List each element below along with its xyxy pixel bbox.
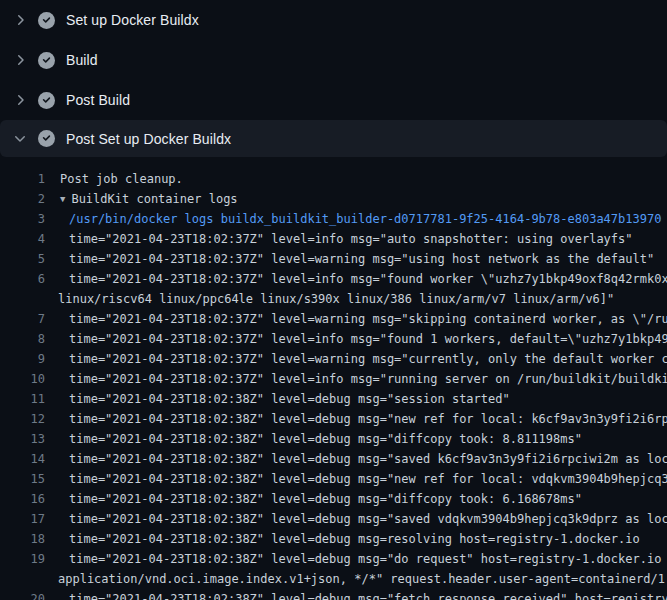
step-label: Set up Docker Buildx — [66, 12, 199, 28]
line-number[interactable]: 14 — [0, 449, 45, 469]
step-row-post-set-up-docker-buildx[interactable]: Post Set up Docker Buildx — [0, 120, 667, 157]
log-text: /usr/bin/docker logs buildx_buildkit_bui… — [69, 209, 661, 229]
step-label: Post Build — [66, 92, 130, 108]
log-line: 12 time="2021-04-23T18:02:38Z" level=deb… — [0, 409, 667, 429]
log-text: time="2021-04-23T18:02:37Z" level=warnin… — [69, 309, 667, 329]
chevron-right-icon[interactable] — [12, 92, 28, 108]
line-number[interactable]: 18 — [0, 529, 45, 549]
log-text: time="2021-04-23T18:02:38Z" level=debug … — [69, 509, 667, 529]
check-circle-icon — [38, 12, 55, 29]
log-line: linux/riscv64 linux/ppc64le linux/s390x … — [0, 289, 667, 309]
line-number[interactable]: 17 — [0, 509, 45, 529]
check-circle-icon — [38, 52, 55, 69]
log-line: 19 time="2021-04-23T18:02:38Z" level=deb… — [0, 549, 667, 569]
log-text: linux/riscv64 linux/ppc64le linux/s390x … — [58, 289, 614, 309]
log-line: 5 time="2021-04-23T18:02:37Z" level=warn… — [0, 249, 667, 269]
line-number[interactable]: 3 — [0, 209, 45, 229]
log-line: application/vnd.oci.image.index.v1+json,… — [0, 569, 667, 589]
log-line: 3 /usr/bin/docker logs buildx_buildkit_b… — [0, 209, 667, 229]
log-text: time="2021-04-23T18:02:38Z" level=debug … — [69, 549, 667, 569]
log-text: time="2021-04-23T18:02:38Z" level=debug … — [69, 529, 640, 549]
log-line: 10 time="2021-04-23T18:02:37Z" level=inf… — [0, 369, 667, 389]
step-label: Build — [66, 52, 98, 68]
line-number[interactable] — [0, 289, 45, 309]
line-number[interactable]: 9 — [0, 349, 45, 369]
log-line: 11 time="2021-04-23T18:02:38Z" level=deb… — [0, 389, 667, 409]
log-text: time="2021-04-23T18:02:38Z" level=debug … — [69, 449, 667, 469]
log-line: 2 ▼BuildKit container logs — [0, 189, 667, 209]
log-line: 8 time="2021-04-23T18:02:37Z" level=info… — [0, 329, 667, 349]
chevron-down-icon[interactable] — [12, 131, 28, 147]
log-line: 16 time="2021-04-23T18:02:38Z" level=deb… — [0, 489, 667, 509]
chevron-right-icon[interactable] — [12, 52, 28, 68]
step-row-post-build[interactable]: Post Build — [0, 80, 667, 120]
log-text: time="2021-04-23T18:02:38Z" level=debug … — [69, 589, 667, 600]
log-text: time="2021-04-23T18:02:37Z" level=info m… — [69, 269, 667, 289]
log-text: time="2021-04-23T18:02:38Z" level=debug … — [69, 409, 667, 429]
step-row-build[interactable]: Build — [0, 40, 667, 80]
log-line: 18 time="2021-04-23T18:02:38Z" level=deb… — [0, 529, 667, 549]
log-text: time="2021-04-23T18:02:37Z" level=info m… — [69, 329, 667, 349]
log-text: Post job cleanup. — [60, 169, 183, 189]
log-text: time="2021-04-23T18:02:38Z" level=debug … — [69, 489, 582, 509]
log-line: 14 time="2021-04-23T18:02:38Z" level=deb… — [0, 449, 667, 469]
line-number[interactable]: 15 — [0, 469, 45, 489]
log-text: application/vnd.oci.image.index.v1+json,… — [58, 569, 667, 589]
log-line: 15 time="2021-04-23T18:02:38Z" level=deb… — [0, 469, 667, 489]
line-number[interactable]: 8 — [0, 329, 45, 349]
step-row-set-up-docker-buildx[interactable]: Set up Docker Buildx — [0, 0, 667, 40]
line-number[interactable]: 16 — [0, 489, 45, 509]
log-line: 6 time="2021-04-23T18:02:37Z" level=info… — [0, 269, 667, 289]
log-line: 13 time="2021-04-23T18:02:38Z" level=deb… — [0, 429, 667, 449]
chevron-right-icon[interactable] — [12, 12, 28, 28]
log-text: time="2021-04-23T18:02:37Z" level=warnin… — [69, 349, 667, 369]
log-line: 1 Post job cleanup. — [0, 169, 667, 189]
line-number[interactable]: 13 — [0, 429, 45, 449]
step-list: Set up Docker Buildx Build Post Build Po… — [0, 0, 667, 157]
check-circle-icon — [38, 130, 55, 147]
collapse-triangle-icon: ▼ — [60, 189, 65, 209]
line-number[interactable]: 7 — [0, 309, 45, 329]
log-line: 20 time="2021-04-23T18:02:38Z" level=deb… — [0, 589, 667, 600]
log-group-label: BuildKit container logs — [71, 192, 237, 206]
line-number[interactable]: 11 — [0, 389, 45, 409]
log-text: time="2021-04-23T18:02:38Z" level=debug … — [69, 429, 582, 449]
log-text: time="2021-04-23T18:02:37Z" level=info m… — [69, 229, 633, 249]
log-line: 17 time="2021-04-23T18:02:38Z" level=deb… — [0, 509, 667, 529]
log-text: time="2021-04-23T18:02:37Z" level=warnin… — [69, 249, 654, 269]
line-number[interactable]: 12 — [0, 409, 45, 429]
line-number[interactable]: 2 — [0, 189, 45, 209]
log-lines: 1 Post job cleanup. 2 ▼BuildKit containe… — [0, 157, 667, 600]
line-number[interactable]: 20 — [0, 589, 45, 600]
line-number[interactable]: 6 — [0, 269, 45, 289]
actions-log-viewer: Set up Docker Buildx Build Post Build Po… — [0, 0, 667, 600]
line-number[interactable]: 4 — [0, 229, 45, 249]
log-line: 7 time="2021-04-23T18:02:37Z" level=warn… — [0, 309, 667, 329]
line-number[interactable]: 19 — [0, 549, 45, 569]
log-text: time="2021-04-23T18:02:38Z" level=debug … — [69, 469, 667, 489]
log-group-toggle[interactable]: ▼BuildKit container logs — [60, 189, 238, 209]
log-text: time="2021-04-23T18:02:38Z" level=debug … — [69, 389, 510, 409]
line-number[interactable]: 10 — [0, 369, 45, 389]
log-line: 9 time="2021-04-23T18:02:37Z" level=warn… — [0, 349, 667, 369]
step-label: Post Set up Docker Buildx — [66, 131, 231, 147]
log-text: time="2021-04-23T18:02:37Z" level=info m… — [69, 369, 667, 389]
line-number[interactable] — [0, 569, 45, 589]
check-circle-icon — [38, 92, 55, 109]
line-number[interactable]: 5 — [0, 249, 45, 269]
log-line: 4 time="2021-04-23T18:02:37Z" level=info… — [0, 229, 667, 249]
line-number[interactable]: 1 — [0, 169, 45, 189]
